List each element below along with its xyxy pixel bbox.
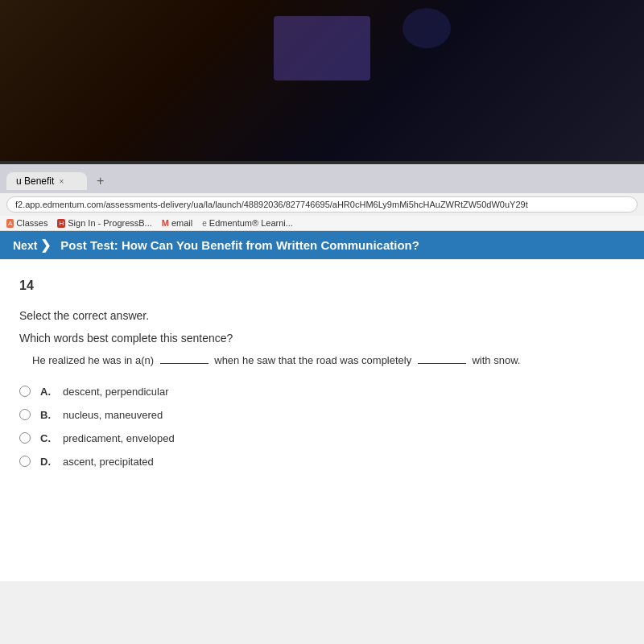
tab-bar: u Benefit × + (0, 164, 644, 193)
option-b[interactable]: B. nucleus, maneuvered (19, 409, 625, 421)
edmentum-icon: e (202, 219, 207, 228)
bookmarks-bar: A Classes H Sign In - ProgressB... M ema… (0, 216, 644, 231)
address-bar-row: f2.app.edmentum.com/assessments-delivery… (0, 193, 644, 216)
bookmark-edmentum[interactable]: e Edmentum® Learni... (202, 218, 293, 228)
option-d-text: ascent, precipitated (63, 456, 154, 468)
bookmark-email-label: email (171, 218, 192, 228)
tab-label: u Benefit (16, 175, 54, 187)
camera-area (0, 0, 644, 161)
classes-icon: A (6, 219, 14, 228)
bookmark-classes-label: Classes (16, 218, 47, 228)
option-c-letter: C. (40, 432, 53, 444)
option-a[interactable]: A. descent, perpendicular (19, 386, 625, 398)
option-c[interactable]: C. predicament, enveloped (19, 432, 625, 444)
bookmark-classes[interactable]: A Classes (6, 218, 47, 228)
radio-b[interactable] (19, 409, 31, 420)
new-tab-button[interactable]: + (92, 172, 109, 190)
radio-d[interactable] (19, 456, 31, 467)
address-bar[interactable]: f2.app.edmentum.com/assessments-delivery… (6, 196, 638, 213)
top-bar: Next ❯ Post Test: How Can You Benefit fr… (0, 231, 644, 259)
browser-tab[interactable]: u Benefit × (6, 172, 87, 190)
option-b-letter: B. (40, 409, 53, 421)
laptop-frame: u Benefit × + f2.app.edmentum.com/assess… (0, 161, 644, 644)
question-container: 14 Select the correct answer. Which word… (0, 259, 644, 581)
tab-close-icon[interactable]: × (59, 177, 64, 186)
progressb-icon: H (57, 219, 65, 228)
answer-options: A. descent, perpendicular B. nucleus, ma… (19, 386, 625, 468)
browser-chrome: u Benefit × + f2.app.edmentum.com/assess… (0, 164, 644, 644)
option-b-text: nucleus, maneuvered (63, 409, 163, 421)
background-area (0, 581, 644, 644)
question-text: Which words best complete this sentence? (19, 332, 625, 345)
next-arrow-icon: ❯ (40, 237, 51, 253)
option-a-letter: A. (40, 386, 53, 398)
option-d[interactable]: D. ascent, precipitated (19, 456, 625, 468)
next-button[interactable]: Next ❯ (13, 237, 51, 253)
next-button-label: Next (13, 239, 37, 252)
bookmark-progressb-label: Sign In - ProgressB... (68, 218, 152, 228)
option-c-text: predicament, enveloped (63, 432, 175, 444)
content-area: Next ❯ Post Test: How Can You Benefit fr… (0, 231, 644, 644)
radio-a[interactable] (19, 386, 31, 397)
test-title: Post Test: How Can You Benefit from Writ… (60, 238, 419, 252)
blank-1 (160, 363, 208, 364)
radio-c[interactable] (19, 432, 31, 444)
instruction-text: Select the correct answer. (19, 309, 625, 322)
blank-2 (418, 363, 466, 364)
bookmark-email[interactable]: M email (162, 218, 192, 228)
sentence-text: He realized he was in a(n) when he saw t… (32, 353, 625, 369)
option-a-text: descent, perpendicular (63, 386, 169, 398)
question-number: 14 (19, 275, 625, 296)
option-d-letter: D. (40, 456, 53, 468)
bookmark-edmentum-label: Edmentum® Learni... (209, 218, 293, 228)
bookmark-progressb[interactable]: H Sign In - ProgressB... (57, 218, 151, 228)
email-icon: M (162, 218, 169, 228)
